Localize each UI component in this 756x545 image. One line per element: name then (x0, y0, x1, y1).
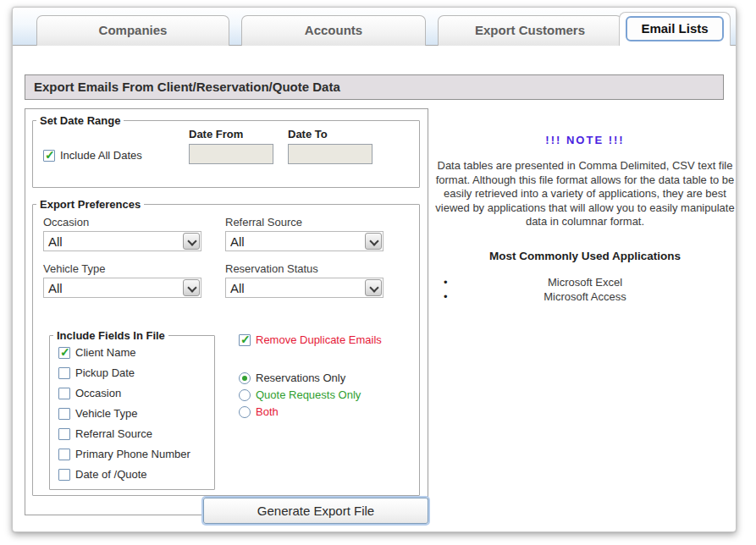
client-name-checkbox[interactable]: ✓ (58, 347, 70, 359)
content-area: Set Date Range ✓ Include All Dates Date … (13, 100, 736, 515)
vehicle-type-checkbox[interactable]: ✓ (58, 408, 70, 420)
occasion-select[interactable]: All (43, 231, 201, 251)
export-preferences-group: Export Preferences Occasion All Referral… (32, 198, 420, 496)
record-type-radiogroup: Reservations Only Quote Requests Only Bo… (239, 372, 382, 418)
referral-source-checkbox[interactable]: ✓ (58, 428, 70, 440)
radio-row-both: Both (239, 405, 382, 418)
vehicle-type-select-value: All (48, 281, 63, 295)
options-stack: ✓ Remove Duplicate Emails Reservations O… (239, 333, 382, 422)
field-row-client-name: ✓ Client Name (58, 346, 214, 359)
occasion-label: Occasion (43, 216, 201, 228)
generate-export-file-button[interactable]: Generate Export File (203, 498, 428, 524)
bullet-icon: • (444, 289, 448, 304)
referral-source-label: Referral Source (225, 216, 384, 228)
include-fields-group: Include Fields In File ✓ Client Name ✓ P… (49, 329, 215, 490)
reservation-status-select[interactable]: All (225, 278, 384, 298)
note-body-text: Data tables are presented in Comma Delim… (433, 159, 737, 229)
include-all-dates-checkbox[interactable]: ✓ (43, 150, 55, 162)
reservations-only-radio[interactable] (239, 372, 251, 384)
vehicle-type-label: Vehicle Type (43, 262, 201, 275)
tab-accounts[interactable]: Accounts (241, 15, 426, 46)
set-date-range-legend: Set Date Range (36, 114, 124, 127)
remove-duplicates-checkbox[interactable]: ✓ (239, 334, 251, 346)
date-to-input[interactable] (288, 144, 372, 164)
tab-bar: Companies Accounts Export Customers Emai… (13, 8, 736, 46)
field-row-referral-source: ✓ Referral Source (58, 427, 214, 440)
include-fields-legend: Include Fields In File (53, 329, 168, 342)
export-form-panel: Set Date Range ✓ Include All Dates Date … (25, 108, 428, 515)
field-row-vehicle-type: ✓ Vehicle Type (58, 407, 214, 420)
quote-requests-only-radio[interactable] (239, 389, 251, 401)
field-row-primary-phone: ✓ Primary Phone Number (58, 448, 214, 460)
chevron-down-icon[interactable] (183, 279, 200, 296)
date-to-label: Date To (288, 128, 372, 140)
referral-source-field-label: Referral Source (75, 427, 152, 440)
chevron-down-icon[interactable] (365, 233, 382, 250)
date-of-quote-label: Date of /Quote (75, 468, 147, 481)
pickup-date-label: Pickup Date (75, 366, 135, 379)
radio-row-reservations-only: Reservations Only (239, 372, 382, 384)
tab-email-lists[interactable]: Email Lists (626, 16, 724, 41)
radio-row-quote-requests-only: Quote Requests Only (239, 388, 382, 401)
primary-phone-label: Primary Phone Number (75, 448, 190, 460)
include-all-dates-label: Include All Dates (60, 149, 142, 162)
reservation-status-select-value: All (230, 281, 245, 295)
applications-heading: Most Commonly Used Applications (433, 250, 737, 262)
tab-companies[interactable]: Companies (36, 15, 229, 46)
chevron-down-icon[interactable] (365, 279, 382, 296)
referral-source-select-value: All (230, 234, 245, 249)
primary-phone-checkbox[interactable]: ✓ (58, 449, 70, 460)
vehicle-type-filter: Vehicle Type All (43, 262, 201, 298)
date-of-quote-checkbox[interactable]: ✓ (58, 469, 70, 481)
remove-duplicates-row: ✓ Remove Duplicate Emails (239, 333, 382, 346)
client-name-label: Client Name (75, 346, 136, 359)
date-from-group: Date From (189, 128, 273, 169)
pickup-date-checkbox[interactable]: ✓ (58, 367, 70, 379)
occasion-field-label: Occasion (75, 387, 121, 399)
chevron-down-icon[interactable] (183, 233, 200, 250)
occasion-checkbox[interactable]: ✓ (58, 388, 70, 399)
tab-export-customers[interactable]: Export Customers (438, 15, 622, 46)
field-row-date-of-quote: ✓ Date of /Quote (58, 468, 214, 481)
reservation-status-filter: Reservation Status All (225, 262, 384, 298)
page-title: Export Emails From Client/Reservation/Qu… (25, 74, 724, 100)
tab-email-lists-backdrop: Email Lists (619, 12, 731, 46)
application-name: Microsoft Access (544, 290, 626, 303)
include-all-dates-row: ✓ Include All Dates (43, 149, 189, 162)
quote-requests-only-label: Quote Requests Only (256, 388, 361, 401)
check-icon: ✓ (60, 345, 70, 359)
remove-duplicates-label: Remove Duplicate Emails (256, 333, 382, 346)
occasion-filter: Occasion All (43, 216, 201, 251)
reservation-status-label: Reservation Status (225, 262, 384, 275)
date-to-group: Date To (288, 128, 372, 169)
list-item: • Microsoft Access (433, 289, 737, 304)
set-date-range-group: Set Date Range ✓ Include All Dates Date … (32, 114, 420, 188)
reservations-only-label: Reservations Only (256, 372, 345, 384)
filter-grid: Occasion All Referral Source All (33, 211, 419, 298)
note-column: !!! NOTE !!! Data tables are presented i… (428, 108, 740, 515)
date-from-input[interactable] (189, 144, 273, 164)
app-window: Companies Accounts Export Customers Emai… (12, 7, 737, 532)
field-row-occasion: ✓ Occasion (58, 387, 214, 399)
export-preferences-legend: Export Preferences (36, 198, 144, 211)
occasion-select-value: All (48, 234, 63, 249)
both-label: Both (256, 405, 279, 418)
referral-source-select[interactable]: All (225, 231, 384, 251)
referral-source-filter: Referral Source All (225, 216, 384, 251)
check-icon: ✓ (45, 148, 55, 162)
vehicle-type-select[interactable]: All (43, 278, 201, 298)
bullet-icon: • (444, 275, 448, 289)
applications-list: • Microsoft Excel • Microsoft Access (433, 275, 737, 304)
application-name: Microsoft Excel (548, 276, 622, 289)
date-from-label: Date From (189, 128, 273, 140)
field-row-pickup-date: ✓ Pickup Date (58, 366, 214, 379)
both-radio[interactable] (239, 406, 251, 418)
note-title: !!! NOTE !!! (433, 134, 737, 146)
vehicle-type-field-label: Vehicle Type (75, 407, 137, 420)
list-item: • Microsoft Excel (433, 275, 737, 289)
check-icon: ✓ (240, 333, 251, 346)
